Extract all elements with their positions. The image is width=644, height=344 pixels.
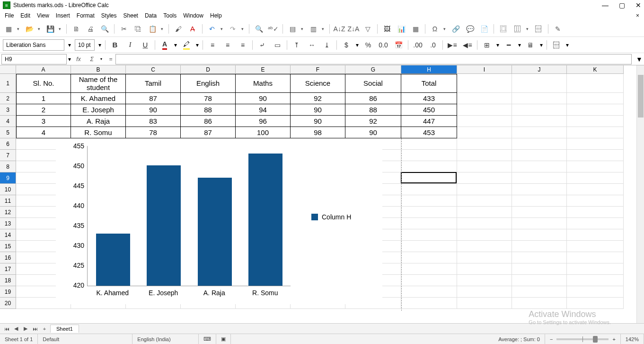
cell-J19[interactable] xyxy=(512,286,567,298)
cell-D1[interactable]: English xyxy=(181,74,236,93)
cell-grid[interactable]: ABCDEFGHIJK12345678910111213141516171819… xyxy=(0,65,644,323)
embedded-chart[interactable]: 455450445440435430425420K. AhamedE. Jose… xyxy=(56,138,382,304)
cell-H16[interactable] xyxy=(401,252,457,263)
cell-H10[interactable] xyxy=(401,184,457,195)
vertical-scrollbar[interactable] xyxy=(636,65,644,323)
cell-J18[interactable] xyxy=(512,275,567,286)
align-center-icon[interactable]: ≡ xyxy=(222,39,233,51)
cell-I5[interactable] xyxy=(457,127,512,138)
row-header-20[interactable]: 20 xyxy=(0,298,16,309)
cell-J14[interactable] xyxy=(512,229,567,241)
pivot-icon[interactable]: ▦ xyxy=(410,23,421,35)
cell-I16[interactable] xyxy=(457,252,512,263)
column-header-K[interactable]: K xyxy=(567,65,624,74)
cell-I6[interactable] xyxy=(457,138,512,150)
cell-E1[interactable]: Maths xyxy=(236,74,291,93)
column-icon[interactable]: ▥ xyxy=(308,23,319,35)
cell-H5[interactable]: 453 xyxy=(401,127,457,138)
cell-I4[interactable] xyxy=(457,116,512,127)
cell-I2[interactable] xyxy=(457,93,512,104)
borders-icon[interactable]: ⊞ xyxy=(481,39,493,51)
row-header-18[interactable]: 18 xyxy=(0,275,16,286)
cell-H9[interactable] xyxy=(401,172,457,184)
column-header-C[interactable]: C xyxy=(126,65,181,74)
cell-F1[interactable]: Science xyxy=(291,74,345,93)
cell-I14[interactable] xyxy=(457,229,512,241)
wrap-text-icon[interactable]: ⤶ xyxy=(256,39,268,51)
name-box[interactable]: H9 xyxy=(1,54,67,64)
freeze-icon[interactable]: ⿲ xyxy=(512,23,523,35)
open-icon[interactable]: 📂 xyxy=(24,23,35,35)
image-icon[interactable]: 🖼 xyxy=(381,23,393,35)
cell-H19[interactable] xyxy=(401,286,457,298)
paste-icon[interactable]: 📋 xyxy=(147,23,158,35)
cell-K12[interactable] xyxy=(567,207,624,218)
cell-K7[interactable] xyxy=(567,150,624,161)
menu-file[interactable]: File xyxy=(5,12,14,19)
cell-H1[interactable]: Total xyxy=(401,74,457,93)
cell-G2[interactable]: 86 xyxy=(345,93,401,104)
cell-C4[interactable]: 83 xyxy=(126,116,181,127)
cell-D2[interactable]: 78 xyxy=(181,93,236,104)
cell-B4[interactable]: A. Raja xyxy=(71,116,126,127)
cell-A2[interactable]: 1 xyxy=(16,93,71,104)
cell-J20[interactable] xyxy=(512,298,567,309)
align-left-icon[interactable]: ≡ xyxy=(207,39,218,51)
cell-I9[interactable] xyxy=(457,172,512,184)
cell-H17[interactable] xyxy=(401,263,457,275)
cell-B5[interactable]: R. Somu xyxy=(71,127,126,138)
prev-sheet-icon[interactable]: ◀ xyxy=(12,325,20,333)
row-header-15[interactable]: 15 xyxy=(0,241,16,252)
define-range-icon[interactable]: ⿴ xyxy=(498,23,509,35)
cell-I15[interactable] xyxy=(457,241,512,252)
row-header-14[interactable]: 14 xyxy=(0,229,16,241)
cell-B3[interactable]: E. Joseph xyxy=(71,104,126,116)
spellcheck-icon[interactable]: ᵃᵇ✓ xyxy=(267,23,279,35)
column-header-A[interactable]: A xyxy=(16,65,71,74)
column-header-I[interactable]: I xyxy=(457,65,512,74)
undo-icon[interactable]: ↶ xyxy=(206,23,218,35)
cell-J4[interactable] xyxy=(512,116,567,127)
cell-H6[interactable] xyxy=(401,138,457,150)
row-header-3[interactable]: 3 xyxy=(0,104,16,116)
cell-G1[interactable]: Social xyxy=(345,74,401,93)
cell-I13[interactable] xyxy=(457,218,512,229)
menu-edit[interactable]: Edit xyxy=(20,12,30,19)
border-style-icon[interactable]: ━ xyxy=(503,39,514,51)
column-header-G[interactable]: G xyxy=(345,65,401,74)
column-header-D[interactable]: D xyxy=(181,65,236,74)
cell-G3[interactable]: 88 xyxy=(345,104,401,116)
cell-I18[interactable] xyxy=(457,275,512,286)
decrease-indent-icon[interactable]: ◀≡ xyxy=(462,39,473,51)
cell-K11[interactable] xyxy=(567,195,624,207)
cell-K14[interactable] xyxy=(567,229,624,241)
align-middle-icon[interactable]: ↔ xyxy=(306,39,318,51)
cell-J17[interactable] xyxy=(512,263,567,275)
export-pdf-icon[interactable]: 🗎 xyxy=(71,23,82,35)
merge-cells-icon[interactable]: ▭ xyxy=(272,39,283,51)
minimize-button[interactable]: — xyxy=(602,1,609,9)
cell-K5[interactable] xyxy=(567,127,624,138)
cell-E4[interactable]: 96 xyxy=(236,116,291,127)
row-header-11[interactable]: 11 xyxy=(0,195,16,207)
clear-format-icon[interactable]: A̶ xyxy=(187,23,198,35)
add-sheet-icon[interactable]: + xyxy=(41,325,48,333)
cell-H12[interactable] xyxy=(401,207,457,218)
first-sheet-icon[interactable]: ⏮ xyxy=(3,325,10,333)
cell-I19[interactable] xyxy=(457,286,512,298)
comment-icon[interactable]: 💬 xyxy=(464,23,476,35)
cell-H3[interactable]: 450 xyxy=(401,104,457,116)
row-header-12[interactable]: 12 xyxy=(0,207,16,218)
function-wizard-icon[interactable]: fx xyxy=(74,54,83,64)
bold-button[interactable]: B xyxy=(109,39,121,51)
maximize-button[interactable]: ▢ xyxy=(619,1,625,9)
cell-H14[interactable] xyxy=(401,229,457,241)
cell-J5[interactable] xyxy=(512,127,567,138)
cell-K3[interactable] xyxy=(567,104,624,116)
cell-F3[interactable]: 90 xyxy=(291,104,345,116)
cell-H11[interactable] xyxy=(401,195,457,207)
cell-I3[interactable] xyxy=(457,104,512,116)
italic-button[interactable]: I xyxy=(124,39,136,51)
cell-A5[interactable]: 4 xyxy=(16,127,71,138)
cell-K2[interactable] xyxy=(567,93,624,104)
